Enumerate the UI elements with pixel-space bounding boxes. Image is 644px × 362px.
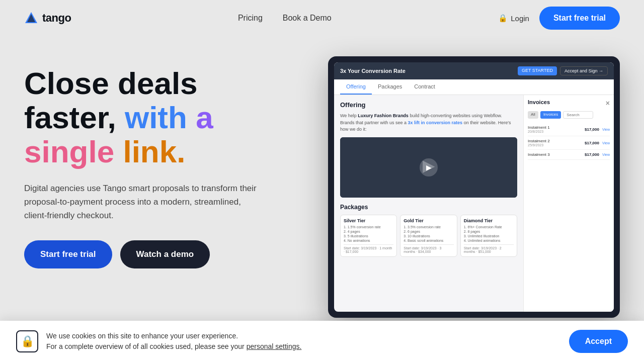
mockup-body: Offering We help Luxury Fashion Brands b…: [334, 95, 614, 312]
invoice-3-name: Instalment 3: [528, 152, 550, 157]
filter-all[interactable]: All: [528, 111, 538, 119]
invoice-2-name: Instalment 2: [528, 139, 550, 143]
mockup-topbar: 3x Your Conversion Rate GET STARTED Acce…: [334, 62, 614, 79]
pkg-d-item1: 1. 6%+ Conversion Rate: [464, 225, 514, 229]
mockup-hero-image: ▶: [340, 137, 517, 198]
tab-contract[interactable]: Contract: [408, 79, 441, 95]
pkg-d-item3: 3. Unlimited Illustration: [464, 234, 514, 238]
mockup-accept-btn[interactable]: Accept and Sign →: [560, 66, 608, 75]
packages-title: Packages: [340, 204, 517, 211]
invoice-2-amount: $17,000: [585, 141, 599, 145]
login-label: Login: [511, 14, 529, 23]
sidebar-title: Invoices ×: [528, 99, 610, 107]
pkg-g-footer: Start date: 3/19/2023 · 3 months · $34,0…: [404, 244, 453, 253]
nav-pricing[interactable]: Pricing: [238, 14, 263, 23]
tab-packages[interactable]: Packages: [372, 79, 408, 95]
sidebar-filters: All Invoices: [528, 111, 610, 119]
mockup-title: 3x Your Conversion Rate: [340, 68, 406, 74]
heading-line1: Close deals: [24, 66, 306, 101]
package-silver-name: Silver Tier: [344, 218, 393, 223]
heading-link: link.: [123, 134, 185, 169]
heading-line2: faster, with a: [24, 101, 306, 135]
hero-mockup: 3x Your Conversion Rate GET STARTED Acce…: [306, 56, 620, 318]
heading-with: with: [125, 100, 187, 135]
cookie-left: 🔒 We use cookies on this site to enhance…: [16, 330, 301, 352]
invoice-1-view[interactable]: View: [602, 128, 610, 131]
pkg-d-item4: 4. Unlimited animations: [464, 239, 514, 242]
offering-title: Offering: [340, 101, 517, 109]
sidebar-invoices-label: Invoices: [528, 99, 550, 107]
nav-login[interactable]: 🔒 Login: [498, 14, 529, 23]
play-button[interactable]: ▶: [420, 158, 438, 176]
pkg-s-item2: 2. 4 pages: [344, 230, 393, 233]
cookie-line2: For a complete overview of of all cookie…: [46, 342, 247, 350]
sidebar-search-input[interactable]: [563, 111, 593, 119]
invoice-1-name: Instalment 1: [528, 125, 550, 130]
pkg-g-item4: 4. Basic scroll animations: [404, 239, 453, 242]
pkg-s-item1: 1. 1.5% conversion rate: [344, 225, 393, 229]
package-diamond: Diamond Tier 1. 6%+ Conversion Rate 2. 8…: [460, 215, 517, 257]
mockup-content: 3x Your Conversion Rate GET STARTED Acce…: [334, 62, 614, 312]
image-overlay: ▶: [340, 137, 517, 198]
heading-space: [187, 100, 196, 135]
hero-content: Close deals faster, with a single link. …: [24, 56, 306, 285]
invoice-2-view[interactable]: View: [602, 141, 610, 145]
pkg-s-item3: 3. 5 illustrations: [344, 234, 393, 238]
mockup-tabs: Offering Packages Contract: [334, 79, 614, 95]
heading-space2: [114, 134, 123, 169]
invoice-3-amount: $17,000: [585, 152, 599, 157]
pkg-g-item3: 3. 10 illustrations: [404, 234, 453, 238]
cookie-accept-button[interactable]: Accept: [569, 330, 628, 353]
mockup-get-started-btn[interactable]: GET STARTED: [518, 66, 557, 75]
pkg-d-footer: Start date: 3/19/2023 · 2 months · $51,0…: [464, 244, 514, 253]
package-diamond-name: Diamond Tier: [464, 218, 514, 223]
invoice-2-date: 25/9/2023: [528, 143, 550, 147]
tango-logo-icon: [24, 11, 38, 25]
hero-section: Close deals faster, with a single link. …: [0, 36, 644, 318]
filter-invoices[interactable]: Invoices: [540, 111, 561, 119]
nav-links: Pricing Book a Demo: [238, 14, 332, 23]
pkg-s-item4: 4. No animations: [344, 239, 393, 242]
package-gold: Gold Tier 1. 3.5% conversion rate 2. 6 p…: [400, 215, 457, 257]
mockup-sidebar: Invoices × All Invoices Instalment 1 20/…: [523, 95, 614, 312]
pkg-g-item1: 1. 3.5% conversion rate: [404, 225, 453, 229]
invoice-row-1: Instalment 1 20/8/2023 $17,000 View: [528, 123, 610, 136]
pkg-s-footer: Start date: 3/19/2023 · 1 month · $17,00…: [344, 244, 393, 253]
logo[interactable]: tango: [24, 11, 71, 25]
lock-icon: 🔒: [498, 14, 508, 23]
invoice-row-2: Instalment 2 25/9/2023 $17,000 View: [528, 136, 610, 150]
cookie-settings-link[interactable]: personal settings.: [247, 342, 302, 350]
tab-offering[interactable]: Offering: [340, 79, 372, 95]
package-silver: Silver Tier 1. 1.5% conversion rate 2. 4…: [340, 215, 397, 257]
hero-buttons: Start free trial Watch a demo: [24, 240, 306, 268]
hero-subtitle: Digital agencies use Tango smart proposa…: [24, 182, 266, 223]
logo-text: tango: [42, 12, 71, 25]
pkg-d-item2: 2. 8 pages: [464, 230, 514, 233]
nav-actions: 🔒 Login Start free trial: [498, 7, 620, 30]
heading-a: a: [196, 100, 213, 135]
invoice-row-3: Instalment 3 $17,000 View: [528, 150, 610, 160]
sidebar-close-icon[interactable]: ×: [606, 99, 610, 107]
invoice-3-view[interactable]: View: [602, 153, 610, 156]
mockup-main-panel: Offering We help Luxury Fashion Brands b…: [334, 95, 523, 312]
invoice-1-date: 20/8/2023: [528, 130, 550, 133]
nav-cta-button[interactable]: Start free trial: [539, 7, 620, 30]
cookie-lock-icon: 🔒: [16, 330, 38, 352]
cookie-text: We use cookies on this site to enhance y…: [46, 331, 301, 352]
cookie-banner: 🔒 We use cookies on this site to enhance…: [0, 321, 644, 362]
heading-single: single: [24, 134, 114, 169]
mockup-topbar-actions: GET STARTED Accept and Sign →: [518, 66, 608, 75]
start-trial-button[interactable]: Start free trial: [24, 240, 112, 268]
offering-text: We help Luxury Fashion Brands build high…: [340, 113, 517, 133]
package-gold-name: Gold Tier: [404, 218, 453, 223]
navbar: tango Pricing Book a Demo 🔒 Login Start …: [0, 0, 644, 36]
nav-demo[interactable]: Book a Demo: [283, 14, 332, 23]
mockup-window: 3x Your Conversion Rate GET STARTED Acce…: [328, 56, 620, 318]
heading-faster: faster,: [24, 100, 125, 135]
invoice-1-amount: $17,000: [585, 127, 599, 132]
hero-heading: Close deals faster, with a single link.: [24, 66, 306, 169]
watch-demo-button[interactable]: Watch a demo: [120, 240, 210, 268]
pkg-g-item2: 2. 6 pages: [404, 230, 453, 233]
packages-grid: Silver Tier 1. 1.5% conversion rate 2. 4…: [340, 215, 517, 257]
heading-line3: single link.: [24, 135, 306, 169]
